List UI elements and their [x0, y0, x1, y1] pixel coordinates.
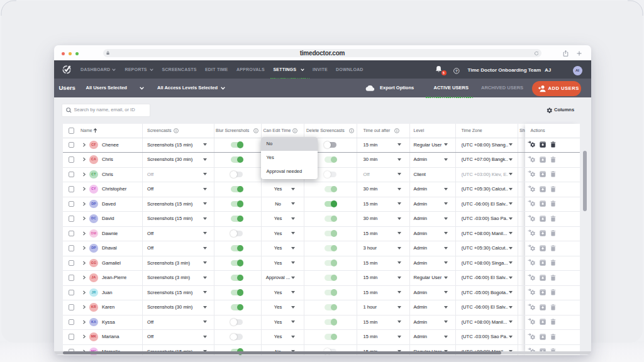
svg-text:?: ? — [455, 69, 458, 73]
